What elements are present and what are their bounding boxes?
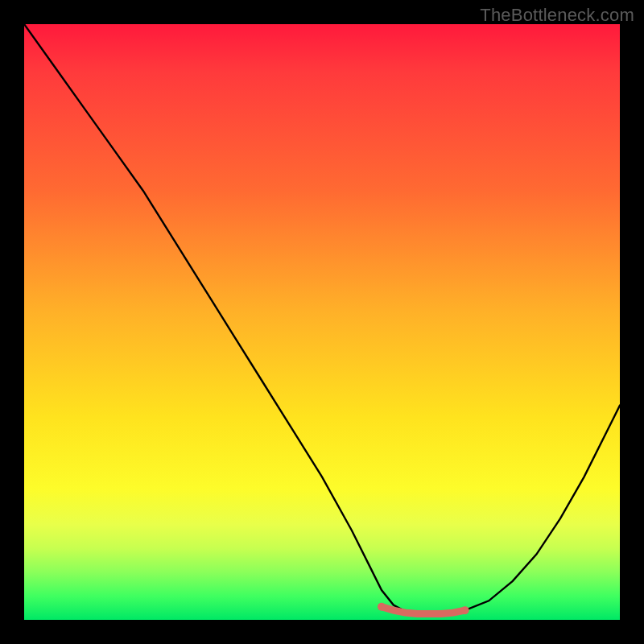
- plot-area: [24, 24, 620, 620]
- main-curve: [24, 24, 620, 614]
- chart-frame: TheBottleneck.com: [0, 0, 644, 644]
- watermark-text: TheBottleneck.com: [480, 5, 634, 26]
- highlight-end-right: [461, 606, 469, 614]
- highlight-end-left: [378, 603, 386, 611]
- curve-layer: [24, 24, 620, 620]
- flat-highlight: [382, 607, 465, 614]
